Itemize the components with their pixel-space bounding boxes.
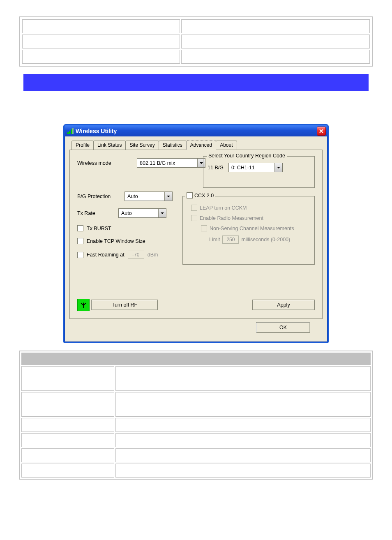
limit-label: Limit: [209, 237, 220, 242]
tx-burst-label: Tx BURST: [87, 226, 111, 231]
top-table: [19, 16, 373, 67]
titlebar: Wireless Utility: [65, 125, 327, 136]
tcp-window-label: Enable TCP Window Size: [87, 238, 145, 244]
app-icon: [67, 128, 74, 134]
wireless-mode-label: Wireless mode: [77, 160, 125, 166]
chevron-down-icon: [274, 163, 282, 172]
limit-suffix: milliseconds (0-2000): [241, 237, 290, 242]
country-region-group: Select Your Country Region Code 11 B/G 0…: [203, 156, 315, 188]
blue-heading-banner: [23, 74, 369, 91]
wireless-utility-window: Wireless Utility Profile Link Status Sit…: [63, 124, 329, 343]
ccx-title: CCX 2.0: [194, 193, 214, 198]
tx-burst-checkbox[interactable]: [77, 225, 83, 231]
tab-about[interactable]: About: [216, 141, 237, 150]
svg-rect-0: [67, 132, 69, 134]
fast-roaming-value: -70: [128, 251, 144, 259]
wireless-mode-combo[interactable]: 802.11 B/G mix: [137, 158, 205, 168]
country-group-title: Select Your Country Region Code: [207, 153, 287, 159]
close-icon: [319, 129, 323, 133]
fast-roaming-label: Fast Roaming at: [87, 252, 125, 258]
non-serving-label: Non-Serving Channel Measurements: [210, 226, 294, 231]
fast-roaming-unit: dBm: [148, 252, 158, 258]
antenna-icon: [77, 299, 90, 311]
tab-advanced[interactable]: Advanced: [186, 141, 216, 150]
svg-rect-3: [72, 128, 74, 134]
fast-roaming-checkbox[interactable]: [77, 252, 83, 258]
radio-measurement-label: Enable Radio Measurement: [200, 215, 263, 221]
close-button[interactable]: [317, 127, 326, 136]
tx-rate-combo[interactable]: Auto: [118, 208, 166, 218]
tab-link-status[interactable]: Link Status: [93, 141, 126, 150]
bg-protection-combo[interactable]: Auto: [125, 192, 173, 201]
ok-button[interactable]: OK: [256, 322, 310, 333]
turn-off-rf-button[interactable]: Turn off RF: [91, 300, 158, 310]
svg-rect-1: [69, 131, 70, 134]
tabstrip: Profile Link Status Site Survey Statisti…: [71, 141, 323, 150]
limit-value: 250: [222, 235, 239, 244]
tab-statistics[interactable]: Statistics: [159, 141, 187, 150]
chevron-down-icon: [158, 209, 166, 217]
non-serving-checkbox: [201, 225, 207, 231]
chevron-down-icon: [164, 192, 172, 201]
bottom-table: [19, 351, 373, 480]
bg-protection-label: B/G Protection: [77, 194, 125, 199]
country-region-combo[interactable]: 0: CH1-11: [228, 163, 283, 172]
window-title: Wireless Utility: [76, 128, 317, 134]
leap-label: LEAP turn on CCKM: [200, 205, 247, 211]
radio-measurement-checkbox: [191, 215, 197, 221]
apply-button[interactable]: Apply: [252, 300, 315, 310]
country-band-label: 11 B/G: [208, 165, 224, 171]
tx-rate-label: Tx Rate: [77, 210, 118, 216]
ccx-checkbox[interactable]: [187, 192, 193, 198]
svg-rect-2: [71, 129, 72, 134]
tcp-window-checkbox[interactable]: [77, 238, 83, 244]
ccx-group: CCX 2.0 LEAP turn on CCKM Enable Radio M…: [182, 196, 315, 265]
advanced-pane: Wireless mode 802.11 B/G mix Select Your…: [69, 150, 323, 319]
tab-site-survey[interactable]: Site Survey: [125, 141, 159, 150]
leap-checkbox: [191, 205, 197, 211]
tab-profile[interactable]: Profile: [71, 141, 94, 150]
